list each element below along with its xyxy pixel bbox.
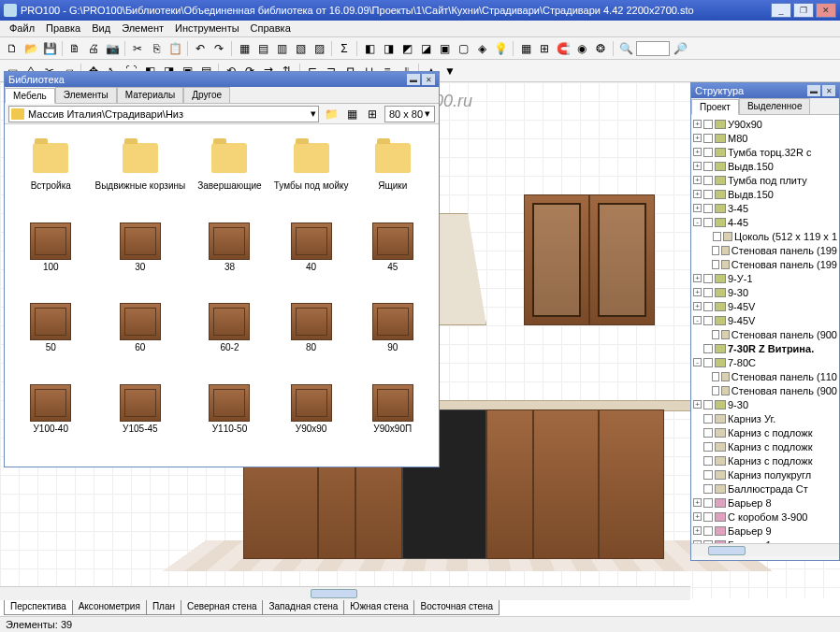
library-folder[interactable]: Завершающие <box>191 132 268 217</box>
tree-node[interactable]: Стеновая панель (900 <box>693 327 837 341</box>
structure-panel-title[interactable]: Структура ▬ ✕ <box>691 83 839 98</box>
workspace-scrollbar[interactable] <box>0 586 690 600</box>
view-tab[interactable]: Южная стена <box>343 600 414 615</box>
view-icon[interactable]: ⊞ <box>364 106 381 122</box>
tree-node[interactable]: +9-45V <box>693 299 837 313</box>
tree-node[interactable]: +Тумба торц.32R с <box>693 145 837 159</box>
tree-node[interactable]: Стеновая панель (199 <box>693 257 837 271</box>
close-button[interactable]: ✕ <box>816 3 836 18</box>
print-icon[interactable]: 🖨 <box>85 40 102 57</box>
expand-icon[interactable] <box>693 428 702 437</box>
checkbox[interactable] <box>703 414 713 424</box>
expand-icon[interactable]: - <box>693 218 702 226</box>
view-tab[interactable]: Западная стена <box>262 600 344 615</box>
expand-icon[interactable]: + <box>693 512 702 521</box>
camera-icon[interactable]: 📷 <box>104 40 121 57</box>
menu-вид[interactable]: Вид <box>86 21 116 36</box>
tree-node[interactable]: +Барьер 9 <box>693 524 837 538</box>
tool-icon[interactable]: ▨ <box>311 40 327 57</box>
library-item[interactable]: 100 <box>12 221 90 298</box>
panel-close-icon[interactable]: ✕ <box>422 74 435 85</box>
redo-icon[interactable]: ↷ <box>210 40 227 57</box>
zoom-input[interactable] <box>636 41 670 56</box>
library-item[interactable]: 60-2 <box>191 301 268 379</box>
library-item[interactable]: У110-50 <box>191 382 268 460</box>
scrollbar-thumb[interactable] <box>311 589 357 598</box>
expand-icon[interactable]: + <box>693 148 702 156</box>
tool-icon[interactable]: ▣ <box>436 40 453 57</box>
checkbox[interactable] <box>703 400 713 409</box>
checkbox[interactable] <box>703 176 713 185</box>
library-item[interactable]: 38 <box>191 221 268 298</box>
sum-icon[interactable]: Σ <box>336 40 353 57</box>
tree-node[interactable]: -4-45 <box>693 215 837 229</box>
menu-файл[interactable]: Файл <box>4 21 40 36</box>
tree-node[interactable]: Баллюстрада Ст <box>693 481 837 496</box>
tree-node[interactable]: +М80 <box>693 131 837 145</box>
expand-icon[interactable] <box>693 442 702 451</box>
expand-icon[interactable] <box>704 260 710 268</box>
checkbox[interactable] <box>703 204 713 213</box>
library-item[interactable]: 30 <box>94 221 188 298</box>
expand-icon[interactable] <box>704 330 710 338</box>
panel-close-icon[interactable]: ✕ <box>822 85 835 96</box>
tool-icon[interactable]: ◧ <box>361 40 378 57</box>
structure-tab[interactable]: Выделенное <box>739 98 811 114</box>
copy-icon[interactable]: ⎘ <box>148 40 165 57</box>
tree-node[interactable]: +9-30 <box>693 285 837 299</box>
tree-node[interactable]: +Тумба под плиту <box>693 173 837 187</box>
tool-icon[interactable]: ▢ <box>455 40 471 57</box>
library-item[interactable]: 90 <box>355 301 432 379</box>
tree-node[interactable]: Карниз с подложк <box>693 453 837 467</box>
tree-node[interactable]: +Барьер 8 <box>693 496 837 510</box>
bulb-icon[interactable]: 💡 <box>492 40 509 57</box>
tree-node[interactable]: +3-45 <box>693 201 837 215</box>
tree-node[interactable]: Стеновая панель (110 <box>693 369 837 383</box>
checkbox[interactable] <box>703 302 713 311</box>
view-tab[interactable]: Перспектива <box>4 600 73 615</box>
checkbox[interactable] <box>703 456 713 466</box>
library-item[interactable]: 80 <box>272 301 351 379</box>
library-tab[interactable]: Материалы <box>117 87 184 103</box>
view-tab[interactable]: Аксонометрия <box>72 600 147 615</box>
library-tab[interactable]: Элементы <box>55 87 117 103</box>
checkbox[interactable] <box>703 148 713 157</box>
library-tab[interactable]: Другое <box>183 87 230 103</box>
tree-node[interactable]: Карниз Уг. <box>693 411 837 425</box>
library-item[interactable]: У100-40 <box>12 382 90 460</box>
expand-icon[interactable]: + <box>693 162 702 170</box>
tool-icon[interactable]: ◩ <box>398 40 415 57</box>
view-tab[interactable]: Восточная стена <box>413 600 500 615</box>
expand-icon[interactable] <box>693 484 702 493</box>
checkbox[interactable] <box>703 274 713 283</box>
tool-icon[interactable]: ❂ <box>592 40 609 57</box>
menu-правка[interactable]: Правка <box>40 21 86 36</box>
view-tab[interactable]: Северная стена <box>181 600 264 615</box>
checkbox[interactable] <box>703 498 713 508</box>
expand-icon[interactable]: - <box>693 316 702 324</box>
expand-icon[interactable]: + <box>693 176 702 184</box>
menu-инструменты[interactable]: Инструменты <box>169 21 245 36</box>
library-folder[interactable]: Выдвижные корзины <box>94 132 188 217</box>
open-icon[interactable]: 📂 <box>22 40 39 57</box>
menu-элемент[interactable]: Элемент <box>116 21 169 36</box>
expand-icon[interactable] <box>693 344 702 352</box>
checkbox[interactable] <box>703 134 713 143</box>
tree-node[interactable]: +У90x90 <box>693 117 837 131</box>
expand-icon[interactable]: + <box>693 204 702 212</box>
checkbox[interactable] <box>712 260 719 269</box>
checkbox[interactable] <box>703 442 713 452</box>
zoom-fit-icon[interactable]: 🔎 <box>672 40 688 57</box>
thumbnail-size-dropdown[interactable]: 80 x 80 ▾ <box>384 106 435 122</box>
checkbox[interactable] <box>703 428 713 438</box>
tool-icon[interactable]: ▦ <box>236 40 253 57</box>
expand-icon[interactable] <box>704 372 710 381</box>
expand-icon[interactable] <box>693 414 702 423</box>
tree-node[interactable]: +9-У-1 <box>693 271 837 285</box>
tool-icon[interactable]: ▦ <box>517 40 534 57</box>
save-icon[interactable]: 💾 <box>41 40 58 57</box>
tree-node[interactable]: +С коробом 3-900 <box>693 510 837 524</box>
structure-tab[interactable]: Проект <box>691 99 739 115</box>
paste-icon[interactable]: 📋 <box>167 40 183 57</box>
panel-pin-icon[interactable]: ▬ <box>407 74 420 85</box>
